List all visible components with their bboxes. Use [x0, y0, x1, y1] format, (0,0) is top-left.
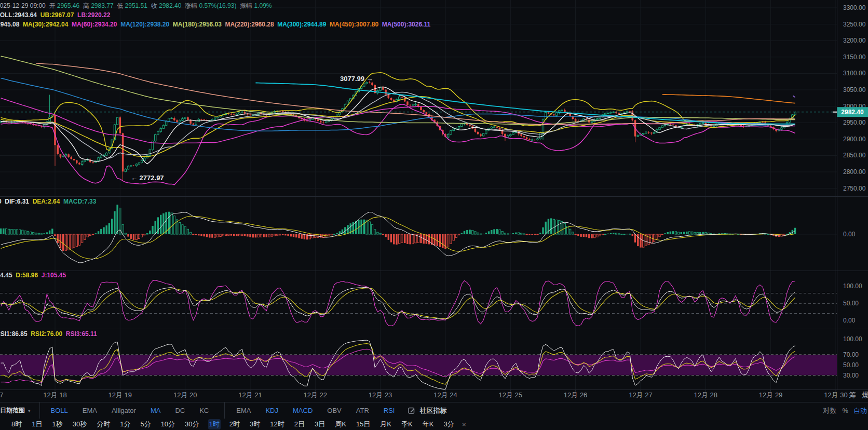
svg-text:2800.00: 2800.00: [843, 168, 866, 176]
svg-text:3300.00: 3300.00: [843, 4, 866, 11]
svg-text:100.00: 100.00: [843, 335, 862, 343]
svg-text:3100.00: 3100.00: [843, 70, 866, 77]
svg-text:12月 17: 12月 17: [0, 391, 3, 399]
svg-text:12月 23: 12月 23: [369, 391, 392, 399]
svg-text:2900.00: 2900.00: [843, 136, 866, 143]
svg-text:2950.00: 2950.00: [843, 119, 866, 126]
svg-text:50.00: 50.00: [843, 361, 859, 369]
svg-text:12月 26: 12月 26: [564, 391, 588, 399]
svg-text:12月 28: 12月 28: [694, 391, 718, 399]
svg-text:BOLL:2943.64 UB:2967.07 LB:2: BOLL:2943.64 UB:2967.07 LB:2920.22: [0, 11, 111, 19]
svg-text:70.00: 70.00: [843, 351, 859, 358]
svg-text:2750.00: 2750.00: [843, 185, 866, 192]
svg-text:3250.00: 3250.00: [843, 21, 866, 28]
svg-text:12月 20: 12月 20: [173, 391, 197, 399]
svg-text:12月 24: 12月 24: [433, 391, 457, 399]
svg-text:MA(10):2945.08 MA(30):2942.04: MA(10):2945.08 MA(30):2942.04 MA(60):293…: [0, 21, 430, 28]
svg-text:K:84.45 D:58.96 J:105.45: K:84.45 D:58.96 J:105.45: [0, 272, 66, 279]
svg-text:12月 27: 12月 27: [629, 391, 653, 399]
svg-text:筹: 筹: [849, 391, 856, 399]
svg-text:12月 25: 12月 25: [499, 391, 523, 399]
svg-text:2982.40: 2982.40: [841, 109, 864, 116]
svg-text:12月 18: 12月 18: [43, 391, 67, 399]
svg-text:100.00: 100.00: [843, 283, 862, 290]
svg-text:0.00: 0.00: [843, 231, 856, 238]
svg-text:2850.00: 2850.00: [843, 152, 866, 159]
svg-text:0.00: 0.00: [843, 317, 856, 324]
svg-text:30.00: 30.00: [843, 372, 859, 379]
svg-text:12月 30: 12月 30: [824, 391, 848, 399]
svg-text:3150.00: 3150.00: [843, 53, 866, 61]
svg-text:RSI1:86.85 RSI2:76.00 RSI3:6: RSI1:86.85 RSI2:76.00 RSI3:65.11: [0, 330, 97, 338]
svg-text:3050.00: 3050.00: [843, 86, 866, 93]
svg-text:12月 19: 12月 19: [108, 391, 132, 399]
svg-text:爆: 爆: [862, 391, 868, 399]
svg-text:12月 22: 12月 22: [304, 391, 328, 399]
svg-text:12月 29: 12月 29: [759, 391, 783, 399]
svg-text:3200.00: 3200.00: [843, 37, 866, 44]
svg-text:12月 21: 12月 21: [238, 391, 262, 399]
svg-text:2025-12-29 09:00 开 2965.46 高: 2025-12-29 09:00 开 2965.46 高 2983.77 低 2…: [0, 2, 272, 9]
svg-text:50.00: 50.00: [843, 300, 859, 307]
svg-text:0 DIF:6.31 DEA:2.64 MACD:7.: 0 DIF:6.31 DEA:2.64 MACD:7.33: [0, 198, 97, 205]
svg-text:3077.99 →: 3077.99 →: [340, 75, 373, 83]
svg-text:← 2772.97: ← 2772.97: [131, 174, 164, 182]
